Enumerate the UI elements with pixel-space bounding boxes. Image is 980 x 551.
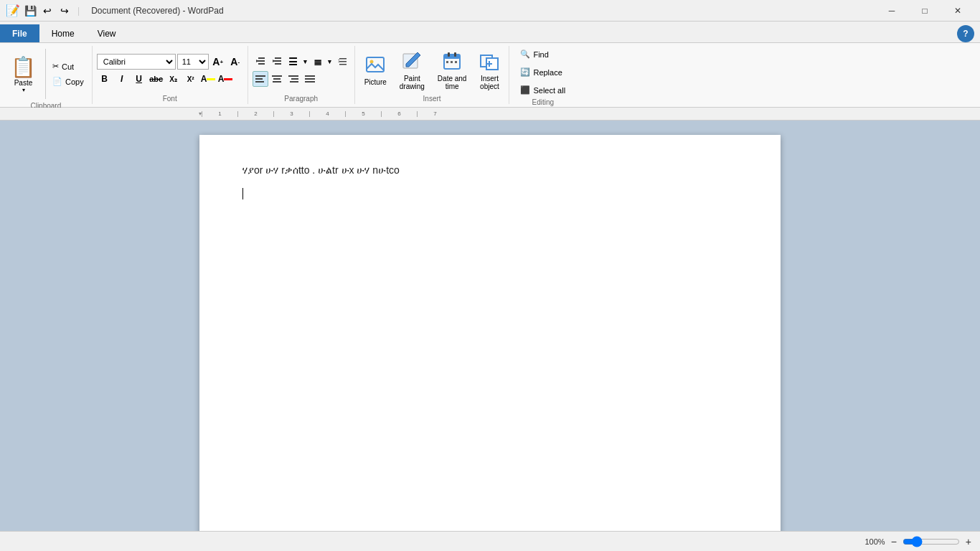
align-left-button[interactable]	[253, 71, 268, 87]
date-time-icon	[442, 51, 462, 73]
select-all-button[interactable]: ⬛ Select all	[514, 82, 572, 98]
picture-icon	[365, 55, 385, 77]
italic-button[interactable]: I	[114, 71, 130, 87]
svg-rect-9	[339, 61, 347, 62]
svg-rect-31	[446, 61, 448, 63]
font-controls: Calibri 11 A+ A- B I U abc X₂ X² A	[97, 54, 243, 87]
svg-rect-32	[451, 61, 453, 63]
ruler-mark-7: 7	[417, 111, 453, 117]
select-all-icon: ⬛	[520, 85, 530, 95]
svg-rect-0	[258, 57, 265, 59]
justify-button[interactable]	[302, 71, 318, 87]
svg-rect-33	[455, 61, 457, 63]
ruler: ▾ 1 2 3 4 5 6 7	[0, 108, 980, 121]
font-grow-button[interactable]: A+	[210, 54, 226, 70]
cut-copy-group: ✂ Cut 📄 Copy	[49, 60, 88, 88]
align-left-icon	[255, 73, 266, 85]
picture-button[interactable]: Picture	[359, 51, 392, 90]
replace-icon: 🔄	[520, 67, 530, 77]
zoom-in-button[interactable]: +	[966, 536, 971, 547]
align-right-icon	[288, 73, 299, 85]
text-color-button[interactable]: A	[217, 71, 233, 87]
bold-button[interactable]: B	[97, 71, 113, 87]
paragraph-label: Paragraph	[253, 95, 350, 104]
increase-indent-button[interactable]	[269, 54, 285, 70]
bullet-dropdown-button[interactable]: ▾	[302, 54, 309, 70]
title-bar: 📝 💾 ↩ ↪ | Document (Recovered) - WordPad…	[0, 0, 980, 22]
insert-object-button[interactable]: Insert object	[474, 47, 504, 94]
svg-rect-16	[273, 78, 281, 80]
ruler-mark-2: 2	[237, 111, 273, 117]
increase-indent-icon	[271, 56, 283, 67]
subscript-button[interactable]: X₂	[166, 71, 182, 87]
quick-redo-button[interactable]: ↪	[57, 4, 72, 18]
svg-rect-13	[255, 78, 263, 80]
paste-label: Paste	[14, 79, 33, 87]
text-color-icon: A	[218, 74, 225, 84]
find-button[interactable]: 🔍 Find	[514, 46, 572, 62]
line-spacing-button[interactable]: ↕	[334, 54, 350, 70]
quick-save-button[interactable]: 💾	[23, 4, 37, 18]
replace-button[interactable]: 🔄 Replace	[514, 64, 572, 80]
status-bar: 100% − +	[0, 531, 980, 551]
svg-rect-15	[272, 75, 282, 77]
maximize-button[interactable]: □	[908, 0, 941, 22]
svg-rect-10	[339, 64, 347, 65]
title-text: Document (Recovered) - WordPad	[91, 6, 224, 16]
clipboard-divider	[45, 49, 46, 99]
minimize-button[interactable]: ─	[875, 0, 908, 22]
svg-rect-19	[291, 78, 298, 80]
zoom-percent: 100%	[864, 537, 885, 546]
edit-controls: 🔍 Find 🔄 Replace ⬛ Select all	[514, 46, 572, 98]
paint-drawing-button[interactable]: Paint drawing	[395, 47, 430, 94]
cut-label: Cut	[62, 62, 74, 71]
insert-content: Picture Paint drawing	[359, 46, 505, 95]
underline-button[interactable]: U	[131, 71, 147, 87]
app-icon: 📝	[6, 4, 20, 17]
document-area: ሃያor ሁሃ rቃሰtto . ሁልtr ሁx ሁሃ nሁtco	[0, 121, 980, 531]
zoom-slider[interactable]	[903, 536, 960, 547]
decrease-indent-icon	[255, 56, 266, 67]
tab-file[interactable]: File	[0, 24, 39, 42]
svg-rect-4	[275, 57, 281, 59]
paste-button[interactable]: 📋 Paste ▾	[4, 52, 42, 97]
editing-content: 🔍 Find 🔄 Replace ⬛ Select all	[514, 46, 572, 98]
numbered-dropdown-button[interactable]: ▾	[326, 54, 334, 70]
quick-undo-button[interactable]: ↩	[40, 4, 55, 18]
ribbon: 📋 Paste ▾ ✂ Cut 📄 Copy Clipboard	[0, 43, 980, 108]
svg-rect-20	[290, 81, 298, 83]
font-size-select[interactable]: 11	[177, 54, 209, 70]
para-row2	[253, 71, 350, 87]
replace-label: Replace	[533, 68, 562, 77]
svg-marker-3	[256, 60, 258, 62]
close-button[interactable]: ✕	[941, 0, 974, 22]
svg-rect-29	[448, 52, 450, 57]
date-time-button[interactable]: Date and time	[433, 47, 472, 94]
help-button[interactable]: ?	[957, 25, 974, 42]
bullet-list-button[interactable]: ☰	[286, 54, 301, 70]
decrease-indent-button[interactable]	[253, 54, 268, 70]
svg-rect-22	[305, 78, 315, 80]
ruler-inner: ▾ 1 2 3 4 5 6 7	[0, 108, 980, 120]
superscript-button[interactable]: X²	[183, 71, 199, 87]
cut-button[interactable]: ✂ Cut	[49, 60, 88, 73]
svg-rect-2	[258, 63, 265, 65]
numbered-list-button[interactable]: ≣	[310, 54, 326, 70]
tab-view[interactable]: View	[87, 24, 127, 42]
find-label: Find	[533, 50, 548, 59]
copy-button[interactable]: 📄 Copy	[49, 75, 88, 88]
font-row2: B I U abc X₂ X² A A	[97, 71, 243, 87]
tab-home[interactable]: Home	[41, 24, 85, 42]
ruler-mark-6: 6	[381, 111, 417, 117]
document-page[interactable]: ሃያor ሁሃ rቃሰtto . ሁልtr ሁx ሁሃ nሁtco	[199, 135, 781, 531]
strikethrough-button[interactable]: abc	[149, 71, 164, 87]
zoom-out-button[interactable]: −	[891, 536, 897, 547]
align-right-button[interactable]	[286, 71, 301, 87]
insert-object-icon	[479, 51, 499, 73]
align-center-button[interactable]	[269, 71, 285, 87]
font-family-select[interactable]: Calibri	[97, 54, 176, 70]
highlight-color-button[interactable]: A	[200, 71, 216, 87]
line-spacing-icon: ↕	[336, 56, 348, 67]
font-shrink-button[interactable]: A-	[227, 54, 243, 70]
clipboard-group: 📋 Paste ▾ ✂ Cut 📄 Copy Clipboard	[0, 46, 93, 104]
